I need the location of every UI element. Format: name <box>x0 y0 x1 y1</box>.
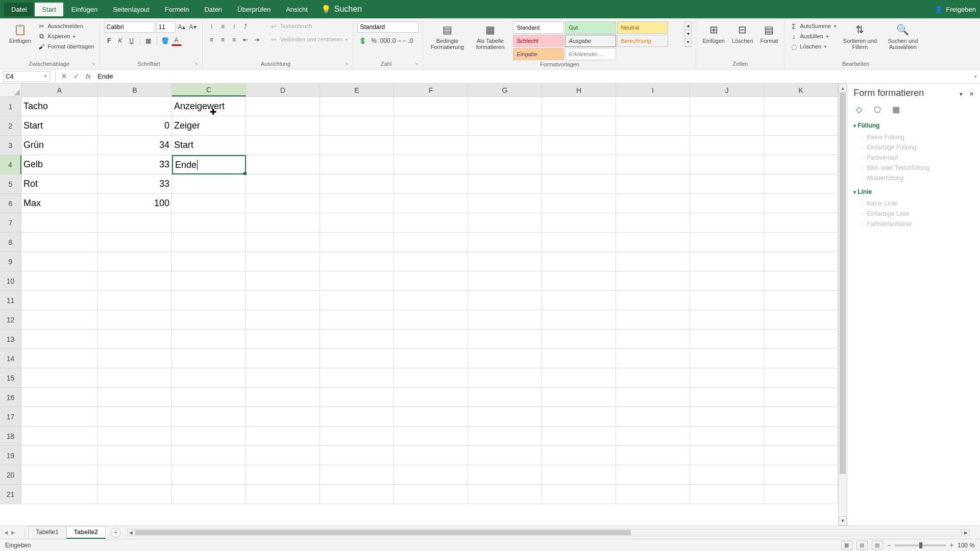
cell[interactable] <box>542 349 616 368</box>
cell[interactable] <box>320 252 394 271</box>
cell[interactable] <box>394 446 468 465</box>
cell[interactable] <box>246 233 320 252</box>
cell[interactable] <box>246 485 320 504</box>
row-header[interactable]: 4 <box>0 155 21 174</box>
cell[interactable] <box>320 349 394 368</box>
cell[interactable] <box>616 310 690 330</box>
cell[interactable] <box>98 388 172 407</box>
column-header[interactable]: A <box>21 84 98 96</box>
cell[interactable] <box>246 155 320 174</box>
cell[interactable] <box>764 310 838 330</box>
cell[interactable] <box>690 174 764 194</box>
fill-line-tab-icon[interactable]: ◇ <box>853 104 865 115</box>
cell[interactable] <box>172 252 246 271</box>
cell[interactable] <box>320 368 394 388</box>
cell[interactable] <box>468 233 542 252</box>
orientation-icon[interactable]: ⤴ <box>240 21 251 32</box>
pane-option[interactable]: Einfarbige Linie <box>853 209 974 219</box>
insert-function-button[interactable]: fx <box>82 71 94 82</box>
underline-icon[interactable]: U <box>127 36 137 46</box>
cell[interactable] <box>542 485 616 504</box>
cell[interactable] <box>542 446 616 465</box>
cell[interactable]: Start <box>172 136 246 155</box>
style-calculation[interactable]: Berechnung <box>617 35 668 47</box>
cell[interactable]: Start <box>21 116 98 136</box>
cell[interactable] <box>690 446 764 465</box>
cell[interactable] <box>542 116 616 136</box>
cell[interactable] <box>246 407 320 427</box>
zoom-slider[interactable] <box>895 544 946 546</box>
cell[interactable] <box>690 136 764 155</box>
tab-file[interactable]: Datei <box>4 3 34 16</box>
cell[interactable] <box>468 485 542 504</box>
scroll-down-icon[interactable]: ▼ <box>839 516 847 525</box>
cell[interactable] <box>320 427 394 446</box>
conditional-formatting-button[interactable]: ▤ Bedingte Formatierung <box>427 21 467 51</box>
style-input[interactable]: Eingabe <box>513 48 564 60</box>
horizontal-scroll-thumb[interactable] <box>136 530 631 535</box>
cell[interactable] <box>98 368 172 388</box>
pane-option[interactable]: Bild- oder Texturfüllung <box>853 163 974 173</box>
cell[interactable]: Ende <box>172 155 246 174</box>
cell[interactable] <box>320 291 394 310</box>
cell[interactable] <box>394 174 468 194</box>
format-as-table-button[interactable]: ▦ Als Tabelle formatieren <box>470 21 510 51</box>
cell[interactable] <box>616 252 690 271</box>
chevron-down-icon[interactable]: ▼ <box>43 74 47 79</box>
row-header[interactable]: 1 <box>0 97 21 116</box>
cell[interactable] <box>246 465 320 485</box>
cell[interactable] <box>616 155 690 174</box>
cell[interactable] <box>320 446 394 465</box>
cell[interactable] <box>246 291 320 310</box>
pane-section-header[interactable]: Linie <box>853 188 974 195</box>
cell[interactable]: 0 <box>98 116 172 136</box>
cell[interactable] <box>172 349 246 368</box>
tab-data[interactable]: Daten <box>197 3 229 16</box>
horizontal-scrollbar[interactable]: ◀ ▶ <box>127 529 970 536</box>
cell[interactable] <box>394 252 468 271</box>
sheet-tab[interactable]: Tabelle1 <box>28 526 66 539</box>
cell[interactable] <box>542 271 616 291</box>
row-header[interactable]: 3 <box>0 136 21 155</box>
cell[interactable] <box>764 174 838 194</box>
cell[interactable] <box>616 427 690 446</box>
column-header[interactable]: B <box>98 84 172 96</box>
clipboard-launcher-icon[interactable]: ↘ <box>91 61 95 66</box>
share-button[interactable]: 👤 Freigeben <box>935 6 976 13</box>
select-all-button[interactable] <box>0 84 21 96</box>
font-launcher-icon[interactable]: ↘ <box>194 61 198 66</box>
cell[interactable] <box>764 407 838 427</box>
tab-view[interactable]: Ansicht <box>279 3 315 16</box>
style-neutral[interactable]: Neutral <box>617 21 668 34</box>
cell[interactable] <box>690 485 764 504</box>
pane-option[interactable]: Farbverlaufslinie <box>853 219 974 229</box>
cell[interactable] <box>172 465 246 485</box>
cell[interactable] <box>690 291 764 310</box>
size-tab-icon[interactable]: ▦ <box>890 104 901 115</box>
effects-tab-icon[interactable]: ⬠ <box>872 104 883 115</box>
cell[interactable] <box>21 291 98 310</box>
row-header[interactable]: 20 <box>0 465 21 485</box>
cell[interactable] <box>764 465 838 485</box>
cell[interactable] <box>764 252 838 271</box>
cell[interactable]: Tacho <box>21 97 98 116</box>
decrease-indent-icon[interactable]: ⇤ <box>240 35 251 45</box>
cell[interactable] <box>394 368 468 388</box>
cell[interactable] <box>172 368 246 388</box>
sheet-nav-prev-icon[interactable]: ◀ <box>4 530 8 535</box>
cell[interactable] <box>616 446 690 465</box>
cell[interactable] <box>246 310 320 330</box>
cell[interactable] <box>764 427 838 446</box>
cell[interactable] <box>764 446 838 465</box>
row-header[interactable]: 5 <box>0 174 21 194</box>
cell[interactable] <box>21 330 98 349</box>
cell[interactable] <box>320 213 394 233</box>
row-header[interactable]: 13 <box>0 330 21 349</box>
cell[interactable] <box>246 252 320 271</box>
cell[interactable] <box>468 291 542 310</box>
cell[interactable] <box>98 252 172 271</box>
cell[interactable] <box>21 310 98 330</box>
cell[interactable] <box>690 310 764 330</box>
pane-option[interactable]: Keine Füllung <box>853 132 974 142</box>
cell[interactable] <box>764 388 838 407</box>
